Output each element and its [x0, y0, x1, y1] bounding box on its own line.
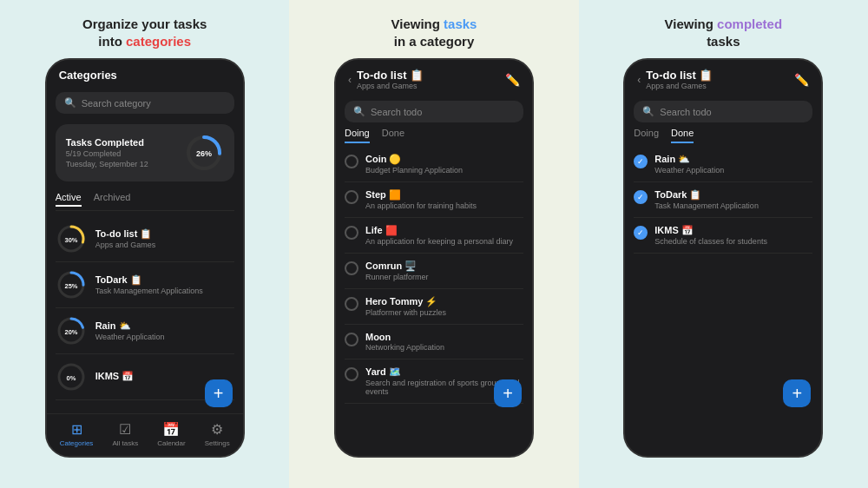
tab-doing-3[interactable]: Doing	[634, 128, 659, 143]
tab-done-2[interactable]: Done	[382, 128, 404, 143]
category-sub-2: Task Management Applications	[95, 287, 234, 295]
panel-categories: Organize your tasks into categories Cate…	[0, 0, 289, 488]
search-placeholder-3: Search todo	[660, 107, 711, 117]
todo-checkbox-ikms[interactable]: ✓	[634, 226, 648, 240]
phone-title-1: Categories	[59, 69, 117, 82]
nav-categories[interactable]: ⊞ Categories	[60, 421, 94, 447]
todo-name-rain: Rain ⛅	[654, 154, 724, 165]
search-icon-1: 🔍	[64, 97, 76, 109]
stats-subtitle: 5/19 Completed	[66, 149, 148, 158]
search-icon-2: 🔍	[353, 106, 365, 117]
search-bar-3[interactable]: 🔍 Search todo	[634, 101, 812, 122]
todo-info-todark: ToDark 📋 Task Management Application	[654, 189, 759, 210]
todo-checkbox-coin[interactable]	[345, 155, 358, 168]
list-item[interactable]: 25% ToDark 📋 Task Management Application…	[56, 262, 234, 308]
stats-card: Tasks Completed 5/19 Completed Tuesday, …	[56, 124, 234, 181]
svg-text:0%: 0%	[66, 374, 76, 382]
phone-title-3: To-do list 📋	[646, 69, 713, 82]
header-left-3: ‹ To-do list 📋 Apps and Games	[637, 69, 713, 90]
header-left-2: ‹ To-do list 📋 Apps and Games	[348, 69, 424, 90]
edit-icon-2[interactable]: ✏️	[505, 73, 520, 87]
todo-info-ikms: IKMS 📅 Schedule of classes for students	[654, 225, 767, 246]
list-item[interactable]: ✓ IKMS 📅 Schedule of classes for student…	[634, 218, 812, 254]
search-bar-1[interactable]: 🔍 Search category	[56, 92, 234, 114]
todo-sub-step: An application for training habits	[365, 201, 477, 210]
list-item[interactable]: Step 🟧 An application for training habit…	[345, 182, 523, 218]
progress-ring-3: 20%	[56, 315, 87, 346]
category-name-2: ToDark 📋	[95, 274, 234, 286]
fab-button-2[interactable]: +	[494, 379, 522, 407]
todo-name-moon: Moon	[365, 332, 444, 342]
all-tasks-icon: ☑	[119, 421, 131, 438]
todo-checkbox-rain[interactable]: ✓	[634, 155, 648, 168]
phone-header-3: ‹ To-do list 📋 Apps and Games ✏️	[625, 60, 821, 96]
todo-list-3: ✓ Rain ⛅ Weather Application ✓ ToDark 📋 …	[625, 147, 821, 456]
todo-checkbox-hero[interactable]	[345, 297, 358, 311]
list-item[interactable]: 30% To-do list 📋 Apps and Games	[56, 216, 234, 262]
progress-ring-4: 0%	[56, 361, 87, 392]
todo-name-ikms: IKMS 📅	[654, 225, 767, 236]
todo-info-step: Step 🟧 An application for training habit…	[365, 189, 477, 210]
phone-mockup-2: ‹ To-do list 📋 Apps and Games ✏️ 🔍 Searc…	[334, 58, 534, 458]
search-placeholder-2: Search todo	[371, 107, 422, 117]
stats-progress-ring: 26%	[184, 133, 224, 173]
panel2-title: Viewing tasks in a category	[391, 16, 477, 49]
todo-info-coin: Coin 🟡 Budget Planning Application	[365, 154, 463, 175]
todo-checkbox-life[interactable]	[345, 226, 358, 240]
todo-checkbox-comrun[interactable]	[345, 261, 358, 275]
todo-info-life: Life 🟥 An application for keeping a pers…	[365, 225, 513, 246]
category-info-1: To-do list 📋 Apps and Games	[95, 228, 234, 249]
list-item[interactable]: Life 🟥 An application for keeping a pers…	[345, 218, 523, 254]
nav-label-all-tasks: All tasks	[112, 439, 138, 447]
todo-checkbox-todark[interactable]: ✓	[634, 190, 648, 204]
list-item[interactable]: Comrun 🖥️ Runner platformer	[345, 254, 523, 289]
back-icon-3[interactable]: ‹	[637, 74, 641, 86]
settings-icon: ⚙	[211, 421, 223, 438]
stats-title: Tasks Completed	[66, 137, 148, 148]
tab-archived[interactable]: Archived	[94, 192, 131, 207]
tab-doing-2[interactable]: Doing	[345, 128, 370, 143]
todo-name-comrun: Comrun 🖥️	[365, 260, 429, 272]
svg-text:30%: 30%	[64, 236, 77, 244]
todo-name-life: Life 🟥	[365, 225, 513, 236]
todo-sub-ikms: Schedule of classes for students	[654, 237, 767, 246]
list-item[interactable]: Moon Networking Application	[345, 325, 523, 359]
tab-active[interactable]: Active	[56, 192, 82, 207]
list-item[interactable]: Hero Tommy ⚡ Platformer with puzzles	[345, 289, 523, 325]
stats-left: Tasks Completed 5/19 Completed Tuesday, …	[66, 137, 148, 168]
stats-card-wrapper: Tasks Completed 5/19 Completed Tuesday, …	[47, 119, 243, 188]
list-item[interactable]: 20% Rain ⛅ Weather Application	[56, 308, 234, 354]
fab-button-1[interactable]: +	[205, 379, 233, 407]
back-icon-2[interactable]: ‹	[348, 74, 352, 86]
todo-info-comrun: Comrun 🖥️ Runner platformer	[365, 260, 429, 281]
todo-checkbox-yard[interactable]	[345, 367, 358, 381]
phone-sub-3: Apps and Games	[646, 82, 713, 90]
fab-button-3[interactable]: +	[783, 379, 811, 407]
nav-label-calendar: Calendar	[157, 439, 185, 447]
nav-calendar[interactable]: 📅 Calendar	[157, 421, 185, 447]
list-item[interactable]: Coin 🟡 Budget Planning Application	[345, 147, 523, 182]
panel1-title: Organize your tasks into categories	[82, 16, 207, 49]
todo-checkbox-moon[interactable]	[345, 333, 358, 346]
nav-settings[interactable]: ⚙ Settings	[205, 421, 230, 447]
nav-all-tasks[interactable]: ☑ All tasks	[112, 421, 138, 447]
todo-list-2: Coin 🟡 Budget Planning Application Step …	[336, 147, 532, 456]
nav-label-settings: Settings	[205, 439, 230, 447]
phone-mockup-3: ‹ To-do list 📋 Apps and Games ✏️ 🔍 Searc…	[623, 58, 823, 458]
category-info-2: ToDark 📋 Task Management Applications	[95, 274, 234, 295]
list-item[interactable]: ✓ ToDark 📋 Task Management Application	[634, 182, 812, 218]
search-bar-2[interactable]: 🔍 Search todo	[345, 101, 523, 122]
phone-header-1: Categories	[47, 60, 243, 87]
sub-tabs: Active Archived	[56, 192, 234, 211]
tab-done-3[interactable]: Done	[671, 128, 694, 143]
edit-icon-3[interactable]: ✏️	[794, 73, 809, 87]
list-item[interactable]: ✓ Rain ⛅ Weather Application	[634, 147, 812, 182]
panel3-title: Viewing completed tasks	[665, 16, 783, 49]
category-name-3: Rain ⛅	[95, 320, 234, 332]
category-info-3: Rain ⛅ Weather Application	[95, 320, 234, 341]
todo-sub-todark: Task Management Application	[654, 201, 759, 210]
tabs-3: Doing Done	[625, 128, 821, 143]
todo-checkbox-step[interactable]	[345, 190, 358, 204]
search-icon-3: 🔍	[642, 106, 654, 117]
todo-sub-coin: Budget Planning Application	[365, 166, 463, 175]
